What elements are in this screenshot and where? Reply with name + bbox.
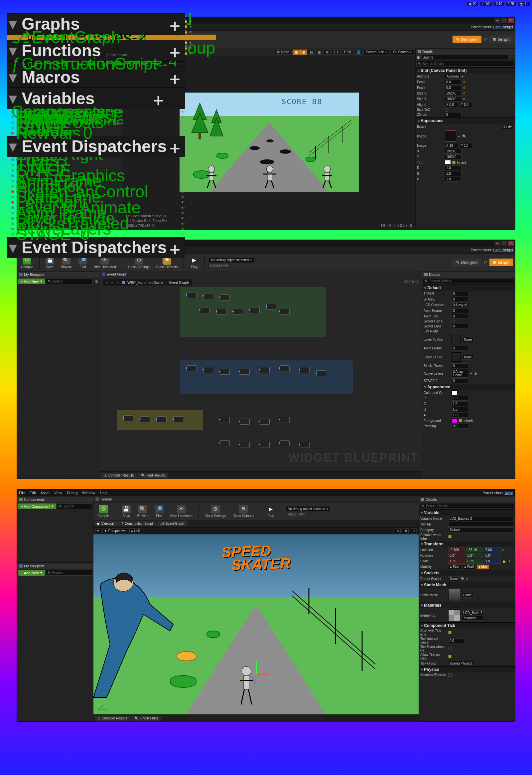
img-y-input[interactable] xyxy=(460,143,473,148)
snap-chip[interactable]: ∠ 10° xyxy=(479,1,492,6)
scl-x-input[interactable] xyxy=(448,559,465,564)
inherit-checkbox[interactable] xyxy=(452,161,456,164)
color-g-input[interactable] xyxy=(452,401,468,406)
dispatchers-section[interactable]: Event Dispatchers＋ xyxy=(7,237,185,258)
tint-swatch[interactable] xyxy=(445,160,451,165)
details-search[interactable]: Search Details xyxy=(420,503,514,509)
add-new-button[interactable]: + Add New ▾ xyxy=(18,279,45,284)
vp-layout-btn[interactable]: ▥ xyxy=(316,50,323,55)
play-button[interactable]: ▶Play xyxy=(188,255,200,270)
transform-mode[interactable]: ⬌ xyxy=(395,528,401,533)
tint-b-input[interactable] xyxy=(445,177,462,182)
loc-z-input[interactable] xyxy=(484,547,501,552)
add-element-icon[interactable]: ＋ xyxy=(469,371,473,376)
img-w-input[interactable] xyxy=(445,149,462,154)
reset-icon[interactable]: ↺ xyxy=(463,91,465,95)
components-search[interactable]: Search xyxy=(57,503,92,509)
textures-combo[interactable]: Textures xyxy=(462,616,484,621)
minimize-button[interactable]: – xyxy=(494,241,500,246)
construction-tab[interactable]: ƒ Construction Script xyxy=(118,521,156,526)
object-name-field[interactable] xyxy=(421,55,509,60)
zorder-input[interactable] xyxy=(445,112,462,117)
var-name-input[interactable] xyxy=(448,516,513,521)
graph-mode-button[interactable]: ⊞Graph xyxy=(489,259,513,266)
reset-icon[interactable]: ↺ xyxy=(502,548,505,552)
transform-mode[interactable]: ⤢ xyxy=(411,528,417,533)
variable-item[interactable]: NewVar_0👁 xyxy=(7,130,185,136)
browse-button[interactable]: 🔍Browse xyxy=(135,504,150,518)
mesh-combo[interactable]: Plane xyxy=(462,593,473,598)
material-thumbnail[interactable] xyxy=(448,609,460,621)
mobility-movable[interactable]: ● Mov xyxy=(477,564,489,569)
nav-arrow-icon[interactable]: → xyxy=(116,281,120,285)
3d-viewport[interactable]: SPEEDSKATER xyxy=(93,534,419,714)
size-to-content-checkbox[interactable] xyxy=(445,108,448,111)
vp-layout-btn[interactable]: ▣ xyxy=(300,50,307,55)
stage0-input[interactable] xyxy=(452,378,468,383)
function-item[interactable]: ƒ ConstructionScript xyxy=(7,61,167,66)
parent-class-link[interactable]: User Widget xyxy=(493,248,513,252)
snap-chip[interactable]: 0.25 xyxy=(506,1,516,6)
details-search[interactable]: Search Details xyxy=(416,61,514,66)
myblueprint-search[interactable]: Search xyxy=(46,279,92,284)
tooltip-input[interactable] xyxy=(448,522,513,527)
simulate-physics-checkbox[interactable] xyxy=(448,673,452,677)
nav-arrow-icon[interactable]: ← xyxy=(111,281,114,285)
detail-input[interactable] xyxy=(452,297,468,302)
loc-x-input[interactable] xyxy=(448,547,465,552)
vp-lang-btn[interactable]: 🌐 xyxy=(354,50,362,55)
debug-object-combo[interactable]: No debug object selected xyxy=(285,506,331,512)
details-category-slot[interactable]: Slot (Canvas Panel Slot) xyxy=(416,67,515,73)
scl-z-input[interactable] xyxy=(484,559,501,564)
screen-size-combo[interactable]: Screen Size xyxy=(364,49,389,55)
lock-scale-icon[interactable]: 🔒 xyxy=(502,559,506,563)
snap-chip[interactable]: 0.10 xyxy=(494,1,504,6)
find-button[interactable]: 🔎Find xyxy=(153,504,166,518)
category-combo[interactable]: Default xyxy=(448,527,513,532)
rot-z-input[interactable] xyxy=(484,553,501,558)
crumb-leaf[interactable]: Event Graph xyxy=(169,281,189,285)
find-results-tab[interactable]: 🔍 Find Results xyxy=(138,473,168,478)
mobility-static[interactable]: ● Stati xyxy=(448,564,461,569)
snap-chip[interactable]: ▦ 10 xyxy=(466,1,478,6)
clear-icon[interactable]: 🗑 xyxy=(474,372,477,375)
appearance-category[interactable]: Appearance xyxy=(422,384,515,390)
parent-class-link[interactable]: Actor xyxy=(504,491,513,495)
add-new-button[interactable]: + Add New ▾ xyxy=(18,570,45,576)
class-defaults-button[interactable]: ⚑Class Defaults xyxy=(231,504,256,518)
asset-thumbnail[interactable] xyxy=(452,335,461,344)
clear-icon[interactable]: × xyxy=(466,577,468,581)
rot-y-input[interactable] xyxy=(466,553,483,558)
socket-combo[interactable]: None xyxy=(448,576,460,581)
vp-layout-btn[interactable]: ▤ xyxy=(308,50,315,55)
size-y-input[interactable] xyxy=(445,96,462,101)
play-button[interactable]: ▶Play xyxy=(264,504,277,518)
detail-input[interactable] xyxy=(452,314,468,319)
bind-combo[interactable]: Bind▾ xyxy=(502,124,513,129)
add-component-button[interactable]: + Add Component ▾ xyxy=(18,503,56,509)
color-a-input[interactable] xyxy=(452,413,468,418)
compiler-results-tab[interactable]: ⚠ Compiler Results xyxy=(94,716,130,721)
reset-icon[interactable]: ↺ xyxy=(463,80,465,84)
padding-input[interactable] xyxy=(452,424,468,429)
start-tick-checkbox[interactable] xyxy=(448,631,452,634)
vp-zoom-btn[interactable]: ⊕ xyxy=(324,50,331,55)
close-button[interactable]: × xyxy=(508,241,514,246)
color-b-input[interactable] xyxy=(452,407,468,412)
maximize-button[interactable]: ☐ xyxy=(501,241,507,246)
eventgraph-tab[interactable]: ⎇ Event Graph xyxy=(157,521,188,526)
reset-icon[interactable]: ↺ xyxy=(507,559,510,563)
maximize-button[interactable]: ☐ xyxy=(501,18,507,23)
img-h-input[interactable] xyxy=(445,154,462,159)
size-x-input[interactable] xyxy=(445,91,462,96)
viewport-tab[interactable]: ▶ Viewport xyxy=(94,521,118,526)
detail-input[interactable] xyxy=(452,303,468,308)
foreground-swatch[interactable] xyxy=(452,418,458,423)
vp-layout-btn[interactable]: ▦ xyxy=(293,50,300,55)
viewport-menu[interactable]: ▾ xyxy=(95,528,100,533)
parent-class-link[interactable]: User Widget xyxy=(493,25,513,29)
material-combo[interactable]: LCD_Bush-2 xyxy=(462,610,484,615)
img-x-input[interactable] xyxy=(445,143,458,148)
widget-root-frame[interactable]: SCORE 88 ✲ xyxy=(180,92,359,192)
browse-asset-icon[interactable]: 🔍 xyxy=(462,134,466,138)
